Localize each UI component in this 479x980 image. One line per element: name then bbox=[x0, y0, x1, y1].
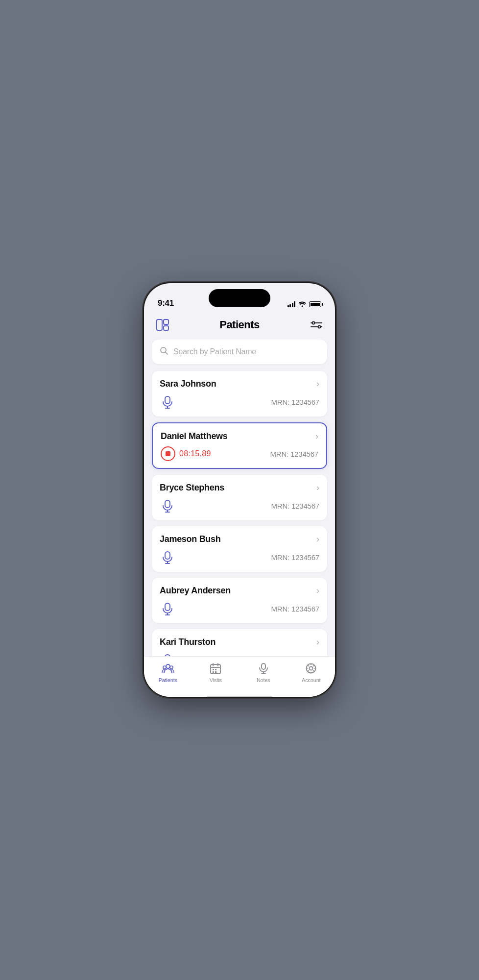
patient-card-bottom: 08:15.89 MRN: 1234567 bbox=[161, 446, 318, 461]
nav-item-patients[interactable]: Patients bbox=[144, 662, 192, 683]
recording-indicator: 08:15.89 bbox=[161, 446, 211, 461]
scroll-content: Search by Patient Name Sara Johnson › MR… bbox=[144, 340, 335, 656]
patient-mrn: MRN: 1234567 bbox=[271, 502, 320, 510]
nav-item-visits[interactable]: Visits bbox=[192, 662, 240, 683]
svg-line-49 bbox=[313, 665, 314, 666]
search-bar[interactable]: Search by Patient Name bbox=[152, 340, 327, 364]
svg-point-27 bbox=[163, 666, 166, 669]
patient-mrn: MRN: 1234567 bbox=[270, 450, 319, 458]
svg-line-47 bbox=[313, 670, 314, 671]
filter-icon[interactable] bbox=[308, 316, 325, 334]
mic-icon[interactable] bbox=[160, 601, 175, 616]
patient-mrn: MRN: 1234567 bbox=[271, 553, 320, 562]
stop-recording-button[interactable] bbox=[161, 446, 175, 461]
svg-rect-20 bbox=[165, 603, 170, 611]
patient-card-bottom: MRN: 1234567 bbox=[160, 394, 319, 410]
patient-card-top: Sara Johnson › bbox=[160, 379, 319, 389]
patient-card[interactable]: Daniel Matthews › 08:15.89 MRN: 1234567 bbox=[152, 422, 327, 469]
battery-icon bbox=[309, 301, 321, 307]
patient-card-top: Jameson Bush › bbox=[160, 534, 319, 544]
chevron-right-icon: › bbox=[316, 534, 319, 544]
visits-nav-icon bbox=[209, 662, 222, 675]
svg-rect-14 bbox=[165, 500, 170, 508]
search-icon bbox=[160, 346, 168, 357]
account-nav-label: Account bbox=[302, 677, 320, 683]
patient-card-bottom: MRN: 1234567 bbox=[160, 601, 319, 616]
bottom-nav: Patients Visits Notes Account bbox=[144, 656, 335, 697]
svg-rect-1 bbox=[164, 319, 168, 324]
patient-name: Kari Thurston bbox=[160, 637, 216, 647]
svg-rect-33 bbox=[213, 669, 214, 670]
signal-bars-icon bbox=[287, 301, 296, 307]
patient-card-top: Bryce Stephens › bbox=[160, 483, 319, 493]
patient-card-bottom: MRN: 1234567 bbox=[160, 549, 319, 565]
svg-point-26 bbox=[166, 664, 170, 668]
chevron-right-icon: › bbox=[316, 483, 319, 493]
mic-icon[interactable] bbox=[160, 652, 175, 656]
patient-card[interactable]: Bryce Stephens › MRN: 1234567 bbox=[152, 475, 327, 520]
visits-nav-label: Visits bbox=[210, 677, 222, 683]
search-placeholder[interactable]: Search by Patient Name bbox=[173, 347, 256, 356]
svg-rect-17 bbox=[165, 552, 170, 559]
status-icons bbox=[287, 300, 322, 308]
patients-nav-label: Patients bbox=[159, 677, 177, 683]
patient-mrn: MRN: 1234567 bbox=[271, 398, 320, 406]
mic-icon[interactable] bbox=[160, 394, 175, 410]
patient-name: Bryce Stephens bbox=[160, 483, 224, 493]
notes-nav-icon bbox=[257, 662, 270, 675]
patient-card-bottom: MRN: 1234567 bbox=[160, 652, 319, 656]
chevron-right-icon: › bbox=[316, 379, 319, 389]
layout-icon[interactable] bbox=[154, 316, 171, 334]
patient-name: Jameson Bush bbox=[160, 534, 220, 544]
patient-name: Sara Johnson bbox=[160, 379, 216, 389]
svg-rect-0 bbox=[157, 319, 162, 330]
svg-rect-35 bbox=[213, 671, 214, 673]
svg-rect-11 bbox=[165, 396, 170, 404]
patient-card-top: Daniel Matthews › bbox=[161, 431, 318, 441]
patient-name: Aubrey Andersen bbox=[160, 586, 231, 596]
nav-item-account[interactable]: Account bbox=[287, 662, 335, 683]
patient-card[interactable]: Aubrey Andersen › MRN: 1234567 bbox=[152, 578, 327, 623]
status-time: 9:41 bbox=[158, 298, 174, 308]
patient-card-bottom: MRN: 1234567 bbox=[160, 498, 319, 514]
mic-icon[interactable] bbox=[160, 549, 175, 565]
account-nav-icon bbox=[304, 662, 318, 675]
recording-time: 08:15.89 bbox=[179, 449, 211, 458]
svg-line-48 bbox=[308, 670, 309, 671]
svg-rect-37 bbox=[262, 663, 265, 669]
wifi-icon bbox=[298, 300, 306, 308]
chevron-right-icon: › bbox=[316, 637, 319, 647]
svg-rect-34 bbox=[215, 669, 216, 670]
notes-nav-label: Notes bbox=[257, 677, 270, 683]
svg-point-41 bbox=[310, 667, 313, 670]
page-title: Patients bbox=[219, 318, 260, 331]
patient-card[interactable]: Sara Johnson › MRN: 1234567 bbox=[152, 371, 327, 416]
mic-icon[interactable] bbox=[160, 498, 175, 514]
phone-frame: 9:41 bbox=[144, 283, 335, 697]
svg-line-46 bbox=[308, 665, 309, 666]
chevron-right-icon: › bbox=[315, 431, 318, 441]
svg-rect-2 bbox=[164, 326, 168, 330]
svg-point-28 bbox=[170, 666, 173, 669]
patient-card[interactable]: Kari Thurston › MRN: 1234567 bbox=[152, 629, 327, 656]
svg-line-10 bbox=[166, 352, 168, 355]
patient-card-top: Kari Thurston › bbox=[160, 637, 319, 647]
chevron-right-icon: › bbox=[316, 586, 319, 596]
header: Patients bbox=[144, 312, 335, 340]
patient-list: Sara Johnson › MRN: 1234567 Daniel Matth… bbox=[152, 371, 327, 656]
patient-mrn: MRN: 1234567 bbox=[271, 605, 320, 613]
app-content: Patients bbox=[144, 312, 335, 697]
svg-point-40 bbox=[307, 664, 316, 673]
dynamic-island bbox=[209, 289, 270, 307]
patient-card-top: Aubrey Andersen › bbox=[160, 586, 319, 596]
patients-nav-icon bbox=[161, 662, 175, 675]
patient-card[interactable]: Jameson Bush › MRN: 1234567 bbox=[152, 526, 327, 572]
patient-name: Daniel Matthews bbox=[161, 431, 228, 441]
svg-rect-36 bbox=[215, 671, 216, 673]
nav-item-notes[interactable]: Notes bbox=[240, 662, 287, 683]
